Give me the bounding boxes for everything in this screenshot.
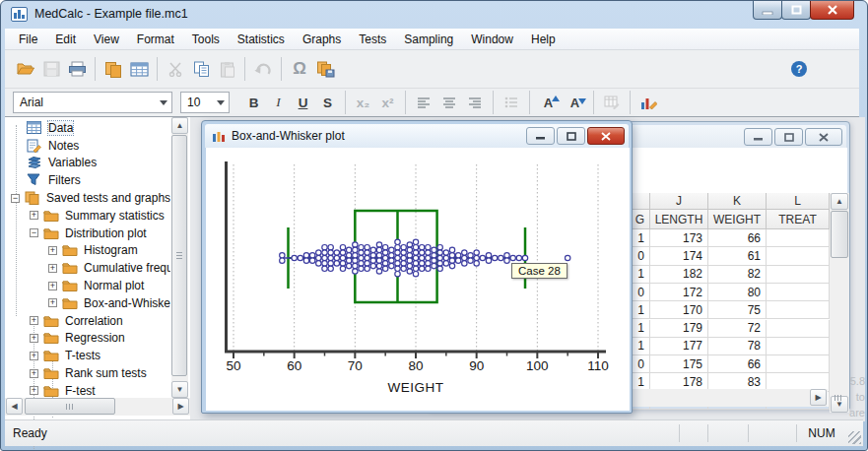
column-name-header[interactable]: LENGTH	[650, 210, 708, 229]
print-button[interactable]	[64, 57, 90, 81]
tree-item-saved-tests-and-graphs[interactable]: −Saved tests and graphs	[5, 189, 170, 207]
menu-tests[interactable]: Tests	[350, 30, 395, 49]
close-button[interactable]	[587, 127, 625, 145]
tree-item-summary-statistics[interactable]: +Summary statistics	[5, 207, 170, 225]
tree-item-regression[interactable]: +Regression	[5, 330, 170, 348]
tree-item-notes[interactable]: Notes	[5, 137, 170, 155]
sheet-vertical-scrollbar[interactable]: ▲▼	[830, 193, 849, 413]
cut-button[interactable]	[163, 57, 188, 81]
tree-horizontal-scrollbar[interactable]: ◀ ▶	[5, 398, 190, 416]
resize-grip[interactable]	[848, 431, 861, 444]
grid-cell[interactable]: 80	[708, 284, 767, 301]
edit-chart-button[interactable]	[635, 91, 661, 114]
align-center-button[interactable]	[436, 91, 462, 114]
grid-cell[interactable]: 177	[650, 338, 708, 355]
font-size-select[interactable]: 10	[180, 92, 230, 113]
scroll-thumb[interactable]	[25, 398, 115, 415]
insert-table-button[interactable]	[126, 57, 152, 81]
collapse-icon[interactable]: −	[30, 228, 38, 237]
tree-item-filters[interactable]: Filters	[5, 171, 170, 189]
menu-file[interactable]: File	[10, 30, 46, 49]
maximize-button[interactable]	[774, 128, 803, 146]
grid-cell[interactable]: 66	[708, 355, 767, 373]
subscript-button[interactable]: x₂	[351, 96, 375, 110]
menu-statistics[interactable]: Statistics	[229, 30, 294, 49]
scroll-up-icon[interactable]: ▲	[171, 117, 188, 134]
menu-window[interactable]: Window	[462, 30, 522, 49]
expand-icon[interactable]: +	[30, 334, 38, 343]
italic-button[interactable]: I	[266, 95, 291, 110]
bold-button[interactable]: B	[241, 96, 266, 110]
font-name-select[interactable]: Arial	[13, 92, 172, 113]
grid-cell[interactable]: 175	[650, 355, 708, 373]
tree-item-correlation[interactable]: +Correlation	[5, 312, 170, 330]
save-all-button[interactable]	[312, 57, 338, 81]
expand-icon[interactable]: +	[30, 316, 38, 325]
grid-cell[interactable]	[767, 355, 830, 373]
plot-window-title-bar[interactable]: Box-and-Whisker plot	[205, 124, 629, 148]
grid-cell[interactable]	[767, 338, 830, 355]
minimize-button[interactable]	[526, 127, 555, 145]
column-name-header[interactable]: WEIGHT	[708, 210, 767, 229]
tree-item-rank-sum-tests[interactable]: +Rank sum tests	[5, 364, 170, 382]
grid-cell[interactable]: 66	[708, 229, 767, 247]
tree-item-f-test[interactable]: +F-test	[5, 382, 170, 398]
tree-item-t-tests[interactable]: +T-tests	[5, 347, 170, 364]
grid-cell[interactable]: 75	[708, 301, 767, 319]
align-right-button[interactable]	[462, 91, 488, 114]
save-button[interactable]	[38, 57, 64, 81]
menu-graphs[interactable]: Graphs	[294, 30, 350, 49]
strikethrough-button[interactable]: S	[315, 96, 340, 110]
menu-tools[interactable]: Tools	[183, 30, 229, 49]
column-name-header[interactable]: TREAT	[767, 210, 830, 229]
grid-cell[interactable]: 173	[650, 229, 708, 247]
tree-vertical-scrollbar[interactable]: ▲ ▼	[171, 117, 188, 398]
grid-cell[interactable]: 170	[650, 301, 708, 319]
tree-item-histogram[interactable]: +Histogram	[5, 242, 170, 260]
copy-button[interactable]	[188, 57, 214, 81]
scroll-down-icon[interactable]: ▼	[171, 381, 188, 398]
menu-sampling[interactable]: Sampling	[395, 30, 462, 49]
minimize-button[interactable]	[744, 128, 772, 146]
expand-icon[interactable]: +	[48, 282, 57, 290]
expand-icon[interactable]: +	[30, 211, 38, 220]
scroll-thumb[interactable]	[171, 135, 187, 376]
column-letter-header[interactable]: L	[767, 193, 830, 210]
scroll-up-icon[interactable]: ▲	[831, 193, 848, 210]
grid-cell[interactable]: 174	[650, 247, 708, 265]
grid-cell[interactable]: 78	[708, 338, 767, 355]
resize-grip[interactable]	[832, 391, 845, 405]
tree-item-data[interactable]: Data	[5, 119, 170, 137]
table-properties-button[interactable]	[599, 91, 625, 114]
superscript-button[interactable]: x²	[375, 96, 400, 110]
expand-icon[interactable]: +	[30, 369, 38, 378]
undo-button[interactable]	[250, 57, 276, 81]
expand-icon[interactable]: +	[48, 246, 57, 255]
plot-window[interactable]: Box-and-Whisker plot 5060708090100110WEI…	[201, 120, 633, 414]
column-letter-header[interactable]: K	[708, 193, 767, 210]
collapse-icon[interactable]: −	[11, 194, 20, 203]
grid-cell[interactable]: 72	[708, 320, 767, 338]
menu-view[interactable]: View	[85, 30, 128, 49]
expand-icon[interactable]: +	[30, 386, 38, 395]
tree-item-cumulative-freque[interactable]: +Cumulative freque	[5, 259, 170, 277]
close-button[interactable]	[810, 1, 854, 20]
scroll-thumb[interactable]	[831, 211, 848, 258]
tree-item-box-and-whisker[interactable]: +Box-and-Whisker	[5, 294, 170, 312]
grid-cell[interactable]: 61	[708, 247, 767, 265]
copy-document-button[interactable]	[100, 57, 126, 81]
maximize-button[interactable]	[557, 127, 585, 145]
expand-icon[interactable]: +	[30, 352, 38, 360]
underline-button[interactable]: U	[291, 96, 315, 110]
menu-help[interactable]: Help	[522, 30, 565, 49]
title-bar[interactable]: MedCalc - Example file.mc1	[1, 1, 867, 29]
maximize-button[interactable]	[781, 1, 811, 20]
decrease-font-button[interactable]: A	[562, 96, 588, 110]
align-left-button[interactable]	[411, 91, 436, 114]
grid-cell[interactable]	[767, 247, 830, 265]
menu-format[interactable]: Format	[128, 30, 183, 49]
minimize-button[interactable]	[753, 1, 782, 20]
expand-icon[interactable]: +	[48, 264, 57, 273]
scroll-right-icon[interactable]: ▶	[172, 398, 189, 415]
grid-cell[interactable]: 182	[650, 266, 708, 284]
